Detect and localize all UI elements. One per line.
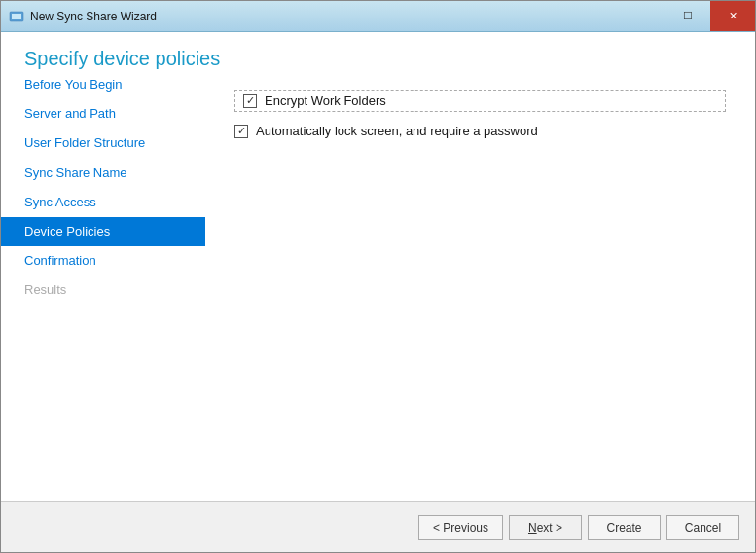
header-section: Specify device policies (1, 32, 755, 70)
previous-button[interactable]: < Previous (418, 515, 503, 540)
encrypt-work-folders-row: Encrypt Work Folders (234, 90, 726, 112)
auto-lock-row: Automatically lock screen, and require a… (234, 120, 726, 142)
encrypt-label: Encrypt Work Folders (265, 93, 386, 108)
left-panel: Before You Begin Server and Path User Fo… (1, 70, 205, 501)
cancel-button[interactable]: Cancel (666, 515, 739, 540)
next-label: N (528, 521, 537, 535)
title-bar-buttons: — ☐ ✕ (621, 1, 755, 31)
auto-lock-label: Automatically lock screen, and require a… (256, 124, 538, 138)
window-content: Specify device policies Before You Begin… (1, 32, 755, 552)
minimize-button[interactable]: — (621, 1, 666, 31)
close-button[interactable]: ✕ (710, 1, 755, 31)
full-content: Before You Begin Server and Path User Fo… (1, 70, 755, 501)
right-panel: Encrypt Work Folders Automatically lock … (205, 70, 755, 501)
sidebar-item-device-policies: Device Policies (1, 217, 205, 246)
sidebar-item-server-and-path[interactable]: Server and Path (1, 99, 205, 129)
nav-list: Before You Begin Server and Path User Fo… (1, 70, 205, 306)
page-title: Specify device policies (24, 48, 732, 70)
sidebar-item-before-you-begin[interactable]: Before You Begin (1, 70, 205, 99)
title-bar-left: New Sync Share Wizard (9, 9, 157, 24)
maximize-button[interactable]: ☐ (666, 1, 710, 31)
sidebar-item-results: Results (1, 276, 205, 305)
encrypt-checkbox[interactable] (243, 94, 257, 108)
main-window: New Sync Share Wizard — ☐ ✕ Specify devi… (0, 0, 756, 553)
svg-rect-1 (12, 14, 21, 19)
create-button[interactable]: Create (588, 515, 661, 540)
sidebar-item-user-folder-structure[interactable]: User Folder Structure (1, 129, 205, 158)
next-button[interactable]: Next > (509, 515, 582, 540)
window-icon (9, 9, 24, 24)
footer: < Previous Next > Create Cancel (1, 501, 755, 552)
sidebar-item-confirmation[interactable]: Confirmation (1, 246, 205, 276)
title-bar: New Sync Share Wizard — ☐ ✕ (1, 1, 755, 32)
window-title: New Sync Share Wizard (30, 10, 157, 23)
auto-lock-checkbox[interactable] (234, 125, 248, 138)
sidebar-item-sync-share-name[interactable]: Sync Share Name (1, 159, 205, 188)
sidebar-item-sync-access[interactable]: Sync Access (1, 188, 205, 217)
